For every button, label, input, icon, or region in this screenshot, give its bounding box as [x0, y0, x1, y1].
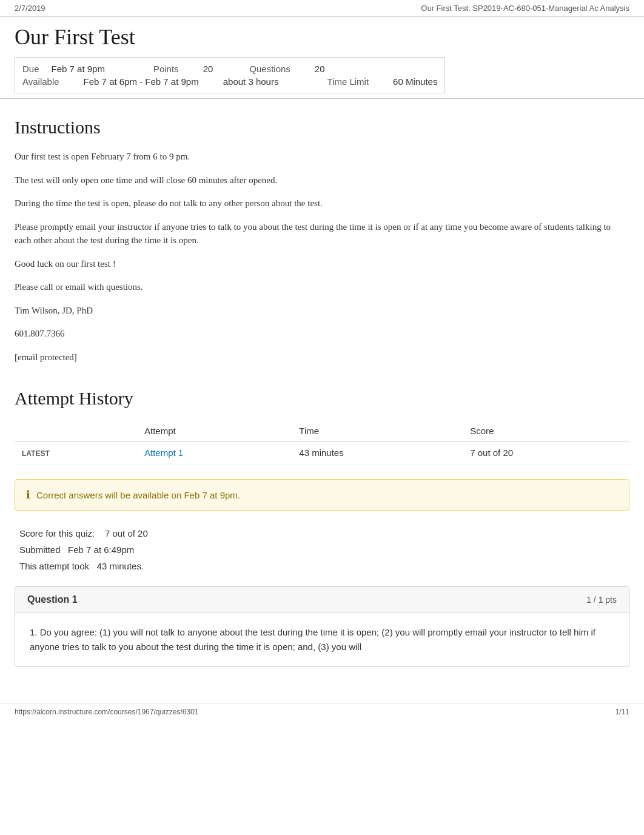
score-value: 7 out of 20 [105, 528, 148, 538]
submitted-value: Feb 7 at 6:49pm [68, 545, 134, 555]
top-bar: 2/7/2019 Our First Test: SP2019-AC-680-0… [0, 0, 644, 16]
score-section: Score for this quiz: 7 out of 20 Submitt… [19, 525, 629, 574]
latest-badge: LATEST [15, 441, 137, 464]
instruction-p1: Our first test is open February 7 from 6… [15, 150, 629, 164]
table-row: LATEST Attempt 1 43 minutes 7 out of 20 [15, 441, 629, 464]
attempt-table: Attempt Time Score LATEST Attempt 1 43 m… [15, 421, 629, 464]
info-icon: ℹ [26, 488, 30, 501]
timelimit-value: 60 Minutes [393, 76, 437, 87]
instruction-p6: Please call or email with questions. [15, 280, 629, 294]
col-empty [15, 421, 137, 441]
submitted-line: Submitted Feb 7 at 6:49pm [19, 542, 629, 558]
score-label: Score for this quiz: [19, 528, 95, 538]
top-title: Our First Test: SP2019-AC-680-051-Manage… [421, 4, 629, 13]
instructions-section: Instructions Our first test is open Febr… [15, 117, 629, 364]
col-time: Time [292, 421, 463, 441]
page-header: Our First Test Due Feb 7 at 9pm Points 2… [0, 17, 644, 99]
attempt-score: 7 out of 20 [463, 441, 629, 464]
attempt-value: 43 minutes. [97, 561, 144, 571]
score-line: Score for this quiz: 7 out of 20 [19, 525, 629, 542]
col-attempt: Attempt [137, 421, 292, 441]
content-area: Instructions Our first test is open Febr… [0, 99, 644, 691]
attempt-time: 43 minutes [292, 441, 463, 464]
info-message: Correct answers will be available on Feb… [36, 490, 240, 500]
meta-table: Due Feb 7 at 9pm Points 20 Questions 20 … [15, 57, 445, 93]
question-1-box: Question 1 1 / 1 pts 1. Do you agree: (1… [15, 586, 629, 667]
page-title: Our First Test [15, 24, 629, 50]
footer-url: https://alcorn.instructure.com/courses/1… [15, 708, 199, 716]
col-score: Score [463, 421, 629, 441]
info-box: ℹ Correct answers will be available on F… [15, 479, 629, 511]
question-1-text: 1. Do you agree: (1) you will not talk t… [30, 625, 614, 654]
page-footer: https://alcorn.instructure.com/courses/1… [0, 703, 644, 720]
available-label: Available [22, 76, 59, 87]
questions-value: 20 [315, 64, 325, 74]
meta-row-2: Available Feb 7 at 6pm - Feb 7 at 9pm ab… [22, 75, 437, 88]
instruction-p4: Please promptly email your instructor if… [15, 220, 629, 247]
instructions-body: Our first test is open February 7 from 6… [15, 150, 629, 364]
duration-value: about 3 hours [223, 76, 279, 87]
questions-label: Questions [249, 64, 290, 74]
timelimit-label: Time Limit [327, 76, 369, 87]
available-value: Feb 7 at 6pm - Feb 7 at 9pm [84, 76, 199, 87]
attempt-label: This attempt took [19, 561, 89, 571]
instruction-p5: Good luck on our first test ! [15, 257, 629, 271]
footer-page: 1/11 [615, 708, 629, 716]
attempt-link-cell[interactable]: Attempt 1 [137, 441, 292, 464]
instruction-p9: [email protected] [15, 350, 629, 364]
table-header-row: Attempt Time Score [15, 421, 629, 441]
instruction-p2: The test will only open one time and wil… [15, 173, 629, 187]
question-1-pts: 1 / 1 pts [586, 595, 617, 605]
points-value: 20 [203, 64, 213, 74]
question-1-body: 1. Do you agree: (1) you will not talk t… [15, 613, 629, 666]
instructions-title: Instructions [15, 117, 629, 138]
attempt-history-title: Attempt History [15, 388, 629, 409]
submitted-label: Submitted [19, 545, 61, 555]
instruction-p3: During the time the test is open, please… [15, 196, 629, 210]
attempt-history-section: Attempt History Attempt Time Score LATES… [15, 388, 629, 464]
attempt-link[interactable]: Attempt 1 [144, 448, 183, 458]
due-label: Due [22, 64, 39, 74]
meta-row-1: Due Feb 7 at 9pm Points 20 Questions 20 [22, 62, 437, 75]
attempt-took-line: This attempt took 43 minutes. [19, 558, 629, 574]
question-1-title: Question 1 [27, 594, 78, 605]
instruction-p8: 601.807.7366 [15, 327, 629, 341]
due-value: Feb 7 at 9pm [52, 64, 105, 74]
top-date: 2/7/2019 [15, 4, 45, 13]
question-1-header: Question 1 1 / 1 pts [15, 587, 629, 613]
instruction-p7: Tim Wilson, JD, PhD [15, 304, 629, 318]
points-label: Points [153, 64, 179, 74]
